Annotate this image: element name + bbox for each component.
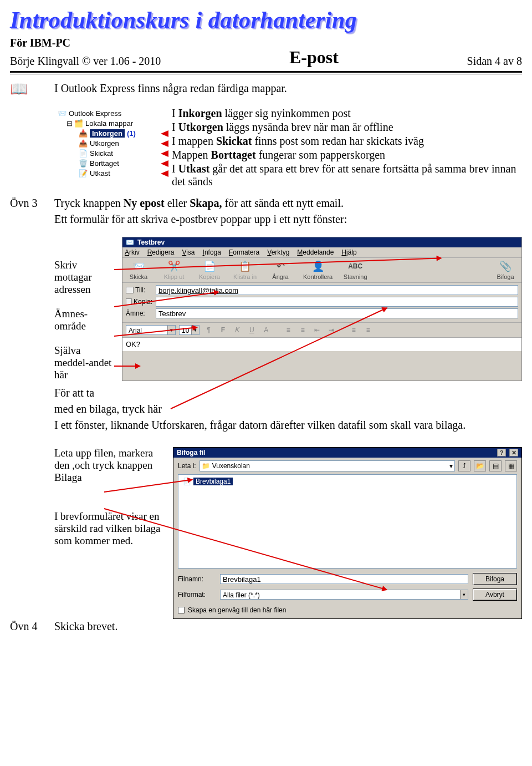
align-left-btn[interactable]: ≡ [348, 324, 359, 336]
letter-icon: ✉️ [126, 239, 134, 246]
new-folder-icon[interactable]: 📂 [474, 460, 486, 471]
para-btn[interactable]: ¶ [203, 324, 214, 336]
file-icon: 📄 [183, 478, 191, 485]
cc-icon [126, 298, 132, 305]
exercise-4-label: Övn 4 [10, 620, 37, 633]
cancel-button[interactable]: Avbryt [473, 589, 517, 601]
tree-drafts: Utkast [90, 169, 110, 177]
font-size-select[interactable]: 10▾ [179, 325, 200, 335]
attach-button[interactable]: 📎Bifoga [493, 260, 518, 280]
list-view-icon[interactable]: ▤ [489, 460, 502, 471]
lookin-folder: Vuxenskolan [212, 462, 250, 470]
lookin-dropdown[interactable]: 📁 Vuxenskolan ▾ [200, 460, 455, 471]
file-item[interactable]: 📄 Brevbilaga1 [181, 477, 235, 486]
menu-redigera[interactable]: Redigera [147, 248, 175, 256]
filename-label: Filnamn: [178, 575, 216, 583]
font-name-select[interactable]: Arial▾ [126, 325, 176, 335]
menu-formatera[interactable]: Formatera [229, 248, 259, 256]
outdent-btn[interactable]: ⇤ [311, 324, 323, 336]
check-icon: 👤 [311, 260, 325, 272]
file-list[interactable]: 📄 Brevbilaga1 [178, 474, 517, 569]
platform-label: För IBM-PC [10, 37, 161, 49]
close-icon[interactable]: ✕ [509, 449, 518, 456]
inbox-icon: 📥 [79, 129, 88, 138]
filter-value: Alla filer (*.*) [223, 591, 260, 599]
attach-confirm-button[interactable]: Bifoga [473, 573, 517, 585]
shortcut-checkbox[interactable] [178, 607, 185, 613]
font-size-value: 10 [182, 327, 189, 334]
menu-infoga[interactable]: Infoga [203, 248, 221, 256]
sent-icon: 📄 [79, 149, 88, 158]
desc-bold: Utkorgen [178, 121, 223, 133]
send-icon: 📨 [132, 260, 145, 272]
header-divider [10, 71, 522, 74]
desc-text: fungerar som papperskorgen [256, 149, 385, 161]
to-field[interactable]: borje.klingvall@telia.com [156, 285, 518, 295]
page-title-art: Introduktionskurs i datorhantering [10, 7, 522, 33]
cc-field[interactable] [156, 297, 518, 307]
desc-text: går det att spara ett brev för att senar… [172, 163, 516, 187]
folder-icon: 📁 [202, 462, 210, 470]
filename-field[interactable]: Brevbilaga1 [220, 574, 468, 584]
attach-text-1: För att ta [54, 387, 522, 399]
desc-text: I [172, 121, 178, 133]
check-button[interactable]: 👤Kontrollera [303, 260, 332, 280]
send-button[interactable]: 📨Skicka [126, 260, 151, 280]
btn-label: Kontrollera [303, 273, 332, 280]
details-view-icon[interactable]: ▦ [505, 460, 517, 471]
tree-inbox[interactable]: Inkorgen [90, 129, 125, 138]
bold-btn[interactable]: F [217, 324, 228, 336]
chevron-down-icon: ▾ [191, 326, 199, 334]
undo-button[interactable]: ↶Ångra [268, 260, 293, 280]
exercise-3-text: Tryck knappen Ny epost eller Skapa, för … [54, 197, 522, 210]
cc-label: Kopia: [134, 298, 152, 306]
exercise-3-line2: Ett formulär för att skriva e-postbrev p… [54, 213, 522, 226]
align-center-btn[interactable]: ≡ [362, 324, 374, 336]
attach-text-3: I ett fönster, liknande Utforskaren, frå… [54, 419, 522, 432]
chevron-down-icon: ▾ [460, 590, 468, 599]
up-folder-icon[interactable]: ⤴ [458, 460, 470, 471]
btn-label: Klipp ut [164, 273, 185, 280]
menu-verktyg[interactable]: Verktyg [267, 248, 289, 256]
desc-text: I [172, 107, 178, 119]
page-number: Sidan 4 av 8 [467, 55, 522, 68]
menu-arkiv[interactable]: Arkiv [125, 248, 140, 256]
italic-btn[interactable]: K [232, 324, 243, 336]
tree-outbox: Utkorgen [90, 139, 119, 148]
deleted-icon: 🗑️ [79, 159, 88, 168]
exercise-3-label: Övn 3 [10, 197, 37, 210]
text: eller [165, 197, 190, 209]
menu-meddelande[interactable]: Meddelande [297, 248, 334, 256]
numlist-btn[interactable]: ≡ [283, 324, 294, 336]
shortcut-label: Skapa en genväg till den här filen [188, 606, 286, 614]
final-text: I brevformuläret visar en särskild rad v… [54, 510, 165, 547]
menu-visa[interactable]: Visa [182, 248, 195, 256]
menu-hjalp[interactable]: Hjälp [341, 248, 356, 256]
underline-btn[interactable]: U [246, 324, 257, 336]
btn-label: Ångra [272, 273, 288, 280]
desc-text: Mappen [172, 149, 211, 161]
desc-bold: Inkorgen [178, 107, 222, 119]
message-body-area[interactable]: OK? [122, 338, 521, 351]
help-icon[interactable]: ? [497, 449, 506, 456]
desc-text: I mappen [172, 135, 216, 147]
dialog-title: Bifoga fil [177, 449, 205, 456]
subject-field[interactable]: Testbrev [156, 308, 518, 318]
bullist-btn[interactable]: ≡ [297, 324, 308, 336]
chevron-down-icon: ▾ [167, 326, 175, 334]
btn-label: Klistra in [233, 273, 257, 280]
cut-button[interactable]: ✂️Klipp ut [161, 260, 187, 280]
red-arrow-icon [161, 150, 168, 157]
copy-button[interactable]: 📄Kopiera [197, 260, 222, 280]
compose-toolbar: 📨Skicka ✂️Klipp ut 📄Kopiera 📋Klistra in … [122, 258, 521, 283]
lookin-label: Leta i: [178, 462, 196, 470]
color-btn[interactable]: A [260, 324, 272, 336]
filter-dropdown[interactable]: Alla filer (*.*) ▾ [220, 590, 468, 600]
book-icon: 📖 [10, 82, 28, 97]
indent-btn[interactable]: ⇥ [326, 324, 337, 336]
chevron-down-icon: ▾ [449, 462, 453, 470]
paste-button[interactable]: 📋Klistra in [232, 260, 258, 280]
paste-icon: 📋 [238, 260, 252, 272]
desc-text: I [172, 163, 178, 175]
spell-button[interactable]: ABCStavning [342, 260, 368, 280]
